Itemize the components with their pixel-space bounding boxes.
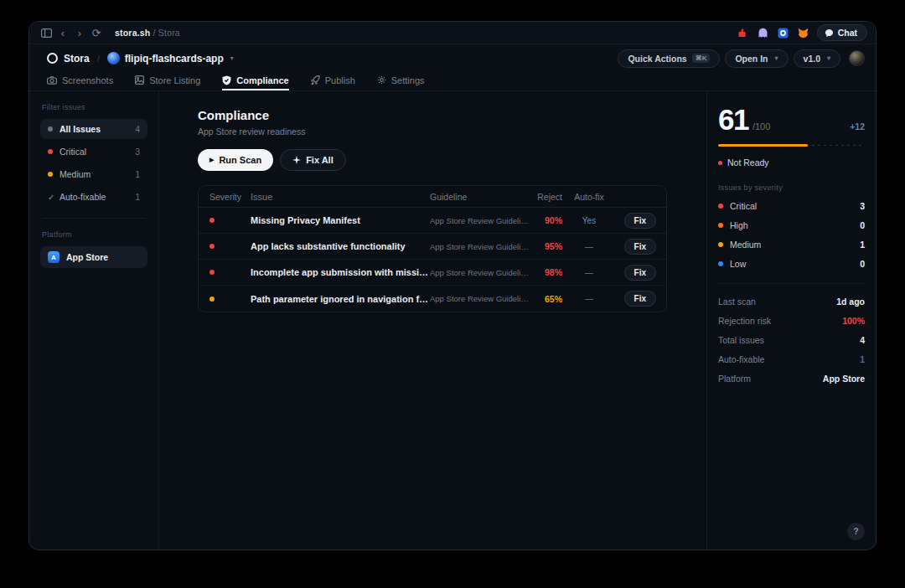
ghost-wallet-extension-icon[interactable] bbox=[757, 27, 769, 39]
address-bar[interactable]: stora.sh / Stora bbox=[115, 28, 180, 38]
chat-bubble-icon bbox=[825, 28, 834, 38]
fix-button[interactable]: Fix bbox=[624, 213, 656, 229]
medium-dot-icon bbox=[48, 172, 53, 177]
tab-label: Publish bbox=[325, 75, 355, 85]
chevron-down-icon: ▾ bbox=[775, 54, 778, 62]
quick-actions-label: Quick Actions bbox=[628, 54, 686, 64]
help-button[interactable]: ? bbox=[847, 523, 865, 540]
version-label: v1.0 bbox=[804, 54, 820, 64]
sidebar-item-label: App Store bbox=[66, 252, 108, 262]
stat-platform: Platform App Store bbox=[718, 374, 865, 384]
run-scan-label: Run Scan bbox=[219, 155, 261, 165]
severity-dot-icon bbox=[209, 218, 215, 223]
run-scan-button[interactable]: ▶ Run Scan bbox=[198, 149, 273, 171]
thumbs-down-extension-icon[interactable] bbox=[737, 27, 749, 39]
filter-sidebar: Filter issues All Issues 4 Critical 3 Me… bbox=[29, 91, 159, 549]
severity-count: 0 bbox=[860, 259, 865, 269]
sidebar-item-critical[interactable]: Critical 3 bbox=[40, 142, 147, 162]
medium-dot-icon bbox=[718, 242, 723, 247]
score-delta: +12 bbox=[850, 121, 865, 132]
table-row[interactable]: App lacks substantive functionality App … bbox=[199, 234, 666, 260]
quick-actions-button[interactable]: Quick Actions ⌘K bbox=[618, 49, 720, 68]
tab-store-listing[interactable]: Store Listing bbox=[135, 72, 200, 90]
sidebar-item-label: Medium bbox=[59, 169, 90, 179]
app-store-icon: A bbox=[48, 251, 59, 263]
severity-count: 3 bbox=[860, 201, 865, 211]
tab-publish[interactable]: Publish bbox=[311, 72, 355, 90]
url-host: stora.sh bbox=[115, 28, 150, 38]
camera-icon bbox=[47, 76, 57, 85]
wallet-extension-icon[interactable] bbox=[777, 27, 789, 39]
score-panel: 61 /100 +12 Not Ready Issues by severity… bbox=[707, 91, 876, 549]
severity-label: High bbox=[730, 220, 748, 230]
high-dot-icon bbox=[718, 223, 723, 228]
fix-button[interactable]: Fix bbox=[624, 291, 656, 307]
col-autofix: Auto-fix bbox=[562, 192, 616, 202]
score-progress-bar bbox=[718, 144, 865, 147]
reject-percent: 95% bbox=[529, 241, 562, 251]
severity-label: Low bbox=[730, 259, 746, 269]
reject-percent: 65% bbox=[529, 294, 562, 304]
fox-wallet-extension-icon[interactable] bbox=[797, 27, 809, 39]
fix-all-button[interactable]: Fix All bbox=[280, 149, 346, 171]
shortcut-badge: ⌘K bbox=[692, 54, 711, 63]
severity-row-medium: Medium 1 bbox=[718, 240, 865, 250]
issue-title: App lacks substantive functionality bbox=[251, 241, 430, 251]
sidebar-item-label: Critical bbox=[59, 147, 86, 157]
tab-label: Store Listing bbox=[149, 75, 200, 85]
fix-button[interactable]: Fix bbox=[624, 239, 656, 255]
chat-label: Chat bbox=[838, 28, 857, 38]
table-row[interactable]: Incomplete app submission with missing c… bbox=[199, 260, 666, 286]
chevron-down-icon: ▾ bbox=[827, 54, 830, 62]
forward-button[interactable]: › bbox=[71, 25, 88, 40]
stat-total-issues: Total issues 4 bbox=[718, 335, 865, 345]
table-row[interactable]: Path parameter ignored in navigation fun… bbox=[199, 286, 666, 312]
severity-dot-icon bbox=[209, 297, 215, 302]
stat-rejection-risk: Rejection risk 100% bbox=[718, 316, 865, 326]
tab-label: Screenshots bbox=[62, 75, 113, 85]
gear-icon bbox=[377, 75, 386, 85]
status-label: Not Ready bbox=[727, 157, 769, 168]
tab-screenshots[interactable]: Screenshots bbox=[47, 72, 113, 90]
col-issue: Issue bbox=[251, 192, 430, 202]
sidebar-item-medium[interactable]: Medium 1 bbox=[40, 164, 147, 184]
page-title: Compliance bbox=[198, 108, 667, 122]
open-in-button[interactable]: Open In ▾ bbox=[725, 49, 788, 68]
back-button[interactable]: ‹ bbox=[54, 25, 71, 40]
tab-compliance[interactable]: Compliance bbox=[222, 72, 288, 90]
stora-logo-icon bbox=[47, 53, 58, 64]
issue-title: Incomplete app submission with missing c… bbox=[251, 267, 430, 277]
table-header: Severity Issue Guideline Reject Auto-fix bbox=[199, 186, 666, 208]
issue-title: Path parameter ignored in navigation fun… bbox=[251, 294, 430, 304]
chat-button[interactable]: Chat bbox=[817, 24, 867, 41]
score-max: /100 bbox=[752, 121, 770, 132]
main-panel: Compliance App Store review readiness ▶ … bbox=[159, 91, 707, 549]
low-dot-icon bbox=[718, 261, 723, 266]
issue-title: Missing Privacy Manifest bbox=[251, 215, 430, 225]
brand[interactable]: Stora bbox=[47, 53, 90, 64]
sidebar-toggle-icon[interactable] bbox=[38, 25, 54, 40]
sidebar-item-auto-fixable[interactable]: ✓ Auto-fixable 1 bbox=[40, 187, 147, 207]
sidebar-item-label: All Issues bbox=[59, 124, 101, 134]
image-icon bbox=[135, 75, 144, 85]
sidebar-divider bbox=[42, 218, 146, 219]
col-reject: Reject bbox=[529, 192, 562, 202]
sidebar-item-label: Auto-fixable bbox=[59, 192, 106, 202]
tab-label: Settings bbox=[391, 75, 425, 85]
open-in-label: Open In bbox=[735, 54, 768, 64]
sidebar-item-app-store[interactable]: A App Store bbox=[40, 246, 147, 268]
table-row[interactable]: Missing Privacy Manifest App Store Revie… bbox=[199, 208, 666, 234]
stat-last-scan: Last scan 1d ago bbox=[718, 297, 865, 307]
version-button[interactable]: v1.0 ▾ bbox=[794, 49, 840, 68]
app-switcher[interactable]: flipiq-flashcards-app ▾ bbox=[107, 52, 234, 64]
avatar[interactable] bbox=[849, 50, 865, 66]
sidebar-item-all-issues[interactable]: All Issues 4 bbox=[40, 119, 147, 139]
url-path: / Stora bbox=[150, 28, 179, 38]
guideline-text: App Store Review Guideline 2.1 - … bbox=[430, 268, 529, 277]
tab-settings[interactable]: Settings bbox=[377, 72, 425, 90]
app-window: ‹ › ⟳ stora.sh / Stora Chat bbox=[28, 21, 877, 550]
critical-dot-icon bbox=[718, 204, 723, 209]
refresh-button[interactable]: ⟳ bbox=[88, 25, 105, 40]
fix-button[interactable]: Fix bbox=[624, 265, 656, 281]
panel-divider bbox=[718, 283, 865, 284]
